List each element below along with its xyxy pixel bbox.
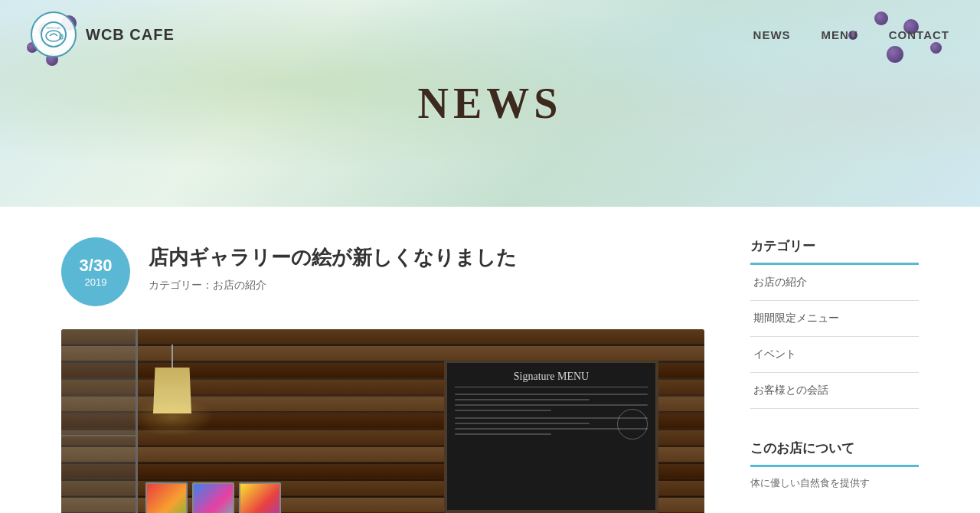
svg-text:WCB Cafe: WCB Cafe [47, 26, 62, 30]
nav-contact[interactable]: CONTACT [889, 28, 949, 41]
list-item: お店の紹介 [750, 265, 919, 301]
chalk-line-1 [455, 394, 648, 395]
artwork-2 [192, 482, 234, 513]
list-item: イベント [750, 337, 919, 373]
sidebar: カテゴリー お店の紹介 期間限定メニュー イベント お客様との会話 このお店につ… [750, 237, 919, 513]
category-link-shop[interactable]: お店の紹介 [750, 265, 919, 300]
chalk-circle [617, 409, 648, 439]
category-link-event[interactable]: イベント [750, 337, 919, 372]
chalk-line-4 [455, 410, 551, 411]
chalkboard: Signature MENU [444, 360, 658, 513]
nav-news[interactable]: NEWS [753, 28, 791, 41]
date-year: 2019 [85, 276, 107, 288]
categories-heading: カテゴリー [750, 237, 919, 265]
chalk-line-8 [455, 433, 551, 435]
post-category: カテゴリー：お店の紹介 [149, 279, 517, 292]
list-item: 期間限定メニュー [750, 301, 919, 337]
post-title: 店内ギャラリーの絵が新しくなりました [149, 243, 517, 271]
logo-text: WCB CAFE [86, 26, 175, 44]
chalk-line-2 [455, 399, 590, 400]
lamp-shade [153, 368, 191, 413]
list-item: お客様との会話 [750, 373, 919, 409]
header: WCB Cafe WCB CAFE NEWS MENU CONTACT [0, 0, 980, 69]
lamp [153, 345, 191, 413]
sidebar-about-section: このお店について 体に優しい自然食を提供す [750, 439, 919, 492]
artwork-3 [239, 482, 281, 513]
logo-area[interactable]: WCB Cafe WCB CAFE [31, 11, 175, 57]
main-content: 3/30 2019 店内ギャラリーの絵が新しくなりました カテゴリー：お店の紹介 [31, 207, 949, 513]
about-heading: このお店について [750, 439, 919, 467]
wood-plank-1 [61, 329, 704, 345]
main-nav: NEWS MENU CONTACT [753, 28, 949, 41]
window-upper [61, 329, 138, 436]
date-badge: 3/30 2019 [61, 237, 130, 306]
category-link-limited[interactable]: 期間限定メニュー [750, 301, 919, 336]
artwork-1 [145, 482, 188, 513]
nav-menu[interactable]: MENU [822, 28, 858, 41]
lamp-cord [172, 345, 173, 368]
chalk-title: Signature MENU [455, 371, 648, 387]
post-title-area: 店内ギャラリーの絵が新しくなりました カテゴリー：お店の紹介 [149, 237, 517, 292]
sidebar-categories-section: カテゴリー お店の紹介 期間限定メニュー イベント お客様との会話 [750, 237, 919, 409]
logo-icon: WCB Cafe [31, 11, 77, 57]
categories-list: お店の紹介 期間限定メニュー イベント お客様との会話 [750, 265, 919, 409]
hero-title: NEWS [418, 79, 563, 128]
about-text: 体に優しい自然食を提供す [750, 475, 919, 492]
post-image: Signature MENU [61, 329, 704, 513]
post-header: 3/30 2019 店内ギャラリーの絵が新しくなりました カテゴリー：お店の紹介 [61, 237, 704, 306]
article-area: 3/30 2019 店内ギャラリーの絵が新しくなりました カテゴリー：お店の紹介 [61, 237, 704, 513]
date-day: 3/30 [80, 256, 113, 276]
category-link-conversation[interactable]: お客様との会話 [750, 373, 919, 408]
chalk-line-6 [455, 423, 590, 424]
chalk-line-3 [455, 404, 648, 406]
cafe-interior-bg: Signature MENU [61, 329, 704, 513]
gallery-artworks [145, 482, 281, 513]
